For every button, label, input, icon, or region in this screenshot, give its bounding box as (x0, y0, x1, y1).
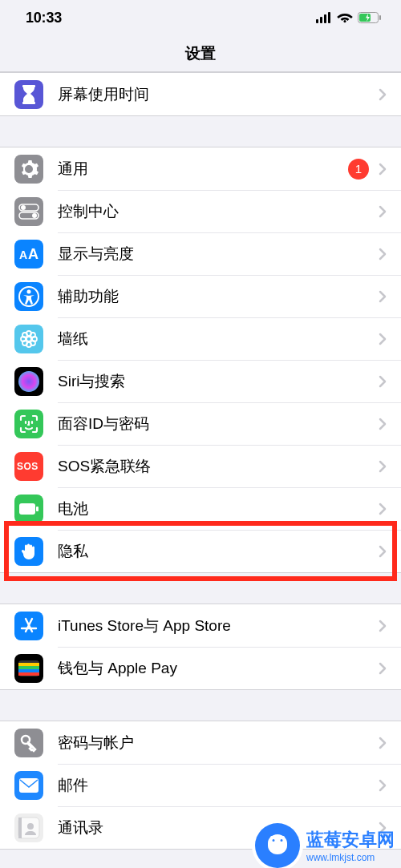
flower-icon (14, 325, 43, 353)
watermark-logo-icon (255, 823, 300, 868)
svg-rect-7 (22, 85, 35, 87)
chevron-right-icon (379, 375, 401, 388)
row-label: 邮件 (58, 775, 379, 796)
settings-row-wallpaper[interactable]: 墙纸 (0, 317, 401, 360)
settings-row-sos[interactable]: SOSSOS紧急联络 (0, 445, 401, 487)
accessibility-icon (14, 282, 43, 311)
wifi-icon (337, 12, 353, 23)
battery-icon (358, 12, 382, 23)
settings-row-passwords[interactable]: 密码与帐户 (0, 721, 401, 764)
aa-icon: AA (14, 240, 43, 268)
chevron-right-icon (379, 290, 401, 303)
row-label: 墙纸 (58, 329, 379, 349)
svg-point-16 (27, 289, 31, 293)
chevron-right-icon (379, 460, 401, 473)
settings-row-control-center[interactable]: 控制中心 (0, 190, 401, 232)
chevron-right-icon (379, 88, 401, 101)
faceid-icon (14, 410, 43, 438)
chevron-right-icon (379, 545, 401, 558)
battery-icon (14, 495, 43, 523)
svg-rect-3 (328, 12, 330, 23)
settings-row-faceid[interactable]: 面容ID与密码 (0, 402, 401, 445)
svg-rect-8 (22, 102, 35, 104)
settings-group: iTunes Store与 App Store钱包与 Apple Pay (0, 604, 401, 690)
settings-list[interactable]: 屏幕使用时间通用1控制中心AA显示与亮度辅助功能墙纸Siri与搜索面容ID与密码… (0, 72, 401, 850)
row-label: 显示与亮度 (58, 244, 379, 264)
row-label: 通用 (58, 159, 348, 180)
chevron-right-icon (379, 620, 401, 632)
watermark-url: www.lmkjst.com (306, 852, 395, 863)
signal-icon (316, 12, 332, 23)
status-bar: 10:33 (0, 0, 401, 35)
svg-point-17 (26, 337, 31, 341)
row-label: 面容ID与密码 (58, 414, 379, 434)
chevron-right-icon (379, 779, 401, 792)
chevron-right-icon (379, 333, 401, 345)
svg-text:SOS: SOS (17, 461, 38, 472)
appstore-icon (14, 612, 43, 640)
settings-row-siri[interactable]: Siri与搜索 (0, 360, 401, 402)
contacts-icon (14, 813, 43, 842)
chevron-right-icon (379, 418, 401, 430)
hourglass-icon (14, 80, 43, 109)
svg-point-10 (21, 205, 26, 210)
settings-row-display[interactable]: AA显示与亮度 (0, 232, 401, 275)
chevron-right-icon (379, 503, 401, 515)
svg-rect-1 (320, 17, 322, 23)
svg-rect-41 (19, 778, 38, 793)
row-label: 隐私 (58, 541, 379, 562)
svg-point-12 (32, 213, 37, 218)
watermark-name: 蓝莓安卓网 (306, 828, 395, 852)
notification-badge: 1 (348, 159, 369, 180)
chevron-right-icon (379, 737, 401, 749)
row-label: Siri与搜索 (58, 371, 379, 392)
sos-icon: SOS (14, 452, 43, 481)
svg-rect-38 (18, 669, 39, 672)
svg-rect-30 (19, 503, 35, 515)
wallet-icon (14, 654, 43, 683)
settings-row-mail[interactable]: 邮件 (0, 764, 401, 806)
svg-rect-2 (324, 14, 326, 23)
svg-rect-36 (18, 663, 39, 666)
settings-group: 通用1控制中心AA显示与亮度辅助功能墙纸Siri与搜索面容ID与密码SOSSOS… (0, 147, 401, 573)
chevron-right-icon (379, 248, 401, 260)
chevron-right-icon (379, 662, 401, 675)
svg-rect-6 (379, 15, 381, 20)
row-label: 屏幕使用时间 (58, 84, 379, 105)
row-label: 辅助功能 (58, 286, 379, 307)
svg-rect-39 (18, 672, 39, 676)
settings-row-wallet[interactable]: 钱包与 Apple Pay (0, 647, 401, 689)
row-label: iTunes Store与 App Store (58, 616, 379, 636)
header: 设置 (0, 35, 401, 72)
svg-rect-0 (316, 19, 318, 23)
chevron-right-icon (379, 205, 401, 218)
siri-icon (14, 367, 43, 396)
switches-icon (14, 197, 43, 226)
svg-rect-37 (18, 666, 39, 669)
key-icon (14, 729, 43, 757)
status-time: 10:33 (26, 10, 62, 26)
status-icons (316, 12, 382, 23)
svg-point-44 (27, 823, 34, 830)
row-label: SOS紧急联络 (58, 456, 379, 477)
row-label: 控制中心 (58, 201, 379, 222)
svg-rect-43 (18, 818, 22, 838)
row-label: 钱包与 Apple Pay (58, 658, 379, 679)
settings-row-itunes[interactable]: iTunes Store与 App Store (0, 604, 401, 647)
hand-icon (14, 537, 43, 566)
settings-row-screen-time[interactable]: 屏幕使用时间 (0, 73, 401, 115)
settings-row-general[interactable]: 通用1 (0, 147, 401, 190)
settings-row-accessibility[interactable]: 辅助功能 (0, 275, 401, 317)
settings-group: 屏幕使用时间 (0, 72, 401, 116)
mail-icon (14, 771, 43, 800)
watermark: 蓝莓安卓网 www.lmkjst.com (255, 823, 401, 868)
settings-row-battery[interactable]: 电池 (0, 487, 401, 530)
settings-row-privacy[interactable]: 隐私 (0, 530, 401, 572)
chevron-right-icon (379, 163, 401, 176)
row-label: 电池 (58, 499, 379, 519)
svg-point-26 (18, 371, 39, 392)
svg-text:A: A (28, 246, 38, 262)
svg-rect-31 (36, 507, 38, 511)
svg-text:A: A (19, 248, 27, 261)
page-title: 设置 (185, 43, 216, 64)
